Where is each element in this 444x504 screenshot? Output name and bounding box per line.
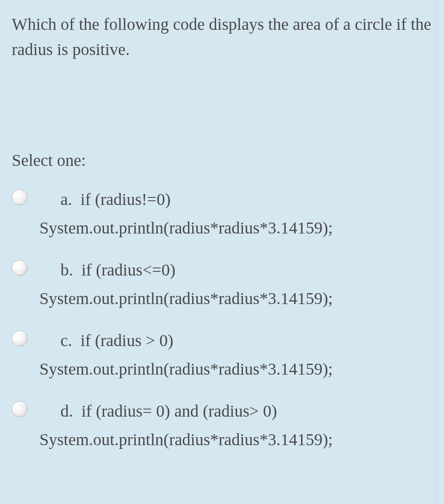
radio-a[interactable] <box>12 189 28 205</box>
option-a: a. if (radius!=0) System.out.println(rad… <box>12 187 436 241</box>
option-c-code1: if (radius > 0) <box>81 331 173 350</box>
option-c: c. if (radius > 0) System.out.println(ra… <box>12 328 436 382</box>
option-d-code2: System.out.println(radius*radius*3.14159… <box>39 427 436 452</box>
option-c-letter: c. <box>60 331 72 350</box>
option-d-code1: if (radius= 0) and (radius> 0) <box>81 402 277 420</box>
option-a-content: a. if (radius!=0) System.out.println(rad… <box>39 187 436 241</box>
option-b: b. if (radius<=0) System.out.println(rad… <box>12 257 436 311</box>
option-d-content: d. if (radius= 0) and (radius> 0) System… <box>39 399 436 452</box>
option-c-code2: System.out.println(radius*radius*3.14159… <box>39 357 436 382</box>
option-a-line1: a. if (radius!=0) <box>39 187 436 212</box>
select-one-label: Select one: <box>12 150 436 170</box>
radio-b[interactable] <box>12 260 28 276</box>
option-b-code1: if (radius<=0) <box>81 260 175 279</box>
options-list: a. if (radius!=0) System.out.println(rad… <box>12 187 436 452</box>
option-a-letter: a. <box>60 190 72 209</box>
option-d-line1: d. if (radius= 0) and (radius> 0) <box>39 399 436 424</box>
option-a-code1: if (radius!=0) <box>81 190 171 209</box>
right-border <box>436 0 436 504</box>
option-c-content: c. if (radius > 0) System.out.println(ra… <box>39 328 436 382</box>
option-d-letter: d. <box>60 402 73 420</box>
radio-d[interactable] <box>12 401 28 417</box>
option-d: d. if (radius= 0) and (radius> 0) System… <box>12 399 436 452</box>
option-b-content: b. if (radius<=0) System.out.println(rad… <box>39 257 436 311</box>
option-a-code2: System.out.println(radius*radius*3.14159… <box>39 215 436 241</box>
radio-c[interactable] <box>12 331 28 346</box>
option-b-letter: b. <box>60 260 73 279</box>
option-c-line1: c. if (radius > 0) <box>39 328 436 353</box>
question-text: Which of the following code displays the… <box>12 12 436 62</box>
option-b-code2: System.out.println(radius*radius*3.14159… <box>39 286 436 311</box>
option-b-line1: b. if (radius<=0) <box>39 257 436 283</box>
quiz-container: Which of the following code displays the… <box>0 0 444 504</box>
